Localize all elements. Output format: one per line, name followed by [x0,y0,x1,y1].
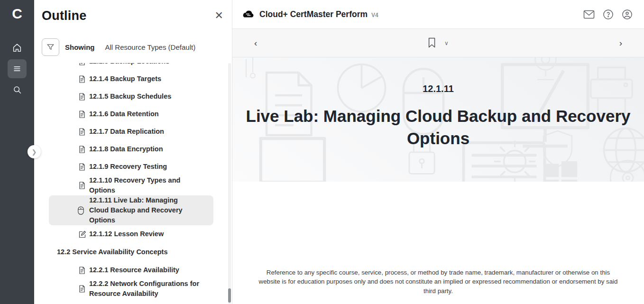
outline-item-label: 12.1.3 Backup Locations [89,63,169,66]
document-icon [78,110,86,118]
comptia-logo: C [12,5,22,23]
filter-showing-label: Showing [65,43,95,51]
disclaimer-text: Reference to any specific course, servic… [255,268,621,296]
help-button[interactable] [603,9,614,20]
outline-section-header[interactable]: 12.2 Service Availability Concepts [34,243,232,261]
mouse-icon [77,206,84,215]
outline-item-label: 12.1.5 Backup Schedules [89,92,171,101]
outline-scrollbar-thumb[interactable] [228,288,231,303]
outline-item[interactable]: 12.1.6 Data Retention [34,105,232,123]
outline-item-label: 12.1.4 Backup Targets [89,74,161,84]
outline-item-label: 12.1.7 Data Replication [89,127,164,137]
panel-toggle-button[interactable]: ❯ [28,145,41,158]
outline-item-label: 12.1.12 Lesson Review [89,229,164,239]
outline-item-label: 12.2 Service Availability Concepts [57,247,167,257]
lesson-title: Live Lab: Managing Cloud Backup and Reco… [241,105,635,150]
main-content: Cloud+ CertMaster Perform V4 [232,0,644,304]
outline-item[interactable]: 12.1.5 Backup Schedules [34,88,232,105]
lesson-nav-bar: ‹ ∨ › [232,29,644,57]
search-button[interactable] [8,80,27,99]
home-icon [12,43,22,53]
document-icon [78,128,86,136]
chevron-right-icon: ❯ [32,148,37,156]
outline-item[interactable]: 12.1.8 Data Encryption [34,140,232,158]
outline-item-label: 12.1.8 Data Encryption [89,144,163,154]
outline-item[interactable]: 12.2.1 Resource Availability [34,261,232,279]
outline-item[interactable]: 12.1.3 Backup Locations [34,63,232,70]
previous-lesson-button[interactable]: ‹ [254,38,257,47]
document-icon [78,266,86,274]
close-outline-button[interactable]: ✕ [215,10,223,21]
app-window: C ❯ Ou [0,0,644,304]
disc-pattern-icon [606,156,644,182]
home-button[interactable] [8,38,27,57]
account-button[interactable] [622,9,633,20]
messages-button[interactable] [583,10,595,19]
user-circle-icon [622,9,633,20]
lesson-number: 12.1.11 [232,83,644,94]
course-title: Cloud+ CertMaster Perform [259,9,368,19]
course-version-badge: V4 [371,12,378,18]
outline-item[interactable]: 12.1.4 Backup Targets [34,70,232,88]
course-header: Cloud+ CertMaster Perform V4 [232,0,644,29]
outline-item[interactable]: 12.1.10 Recovery Types and Options [34,175,232,195]
lesson-hero-banner: 12.1.11 Live Lab: Managing Cloud Backup … [232,57,644,182]
document-icon [78,182,86,190]
outline-item[interactable]: 12.1.12 Lesson Review [34,225,232,243]
mail-icon [583,10,595,19]
next-lesson-button[interactable]: › [619,38,622,47]
edit-icon [78,230,86,238]
outline-item[interactable]: 12.2.2 Network Configurations for Resour… [34,279,232,299]
document-icon [78,63,86,65]
bookmark-icon [428,37,436,48]
windows-pattern-icon [540,158,581,182]
filter-value: All Resource Types (Default) [105,43,196,51]
outline-item-label: 12.1.9 Recovery Testing [89,162,167,172]
close-icon: ✕ [215,9,223,21]
filter-button[interactable] [42,38,59,56]
outline-item-label: 12.2.1 Resource Availability [89,265,179,275]
outline-title: Outline [42,9,86,23]
filter-funnel-icon [46,43,55,52]
outline-list-viewport: 12.1.3 Backup Locations12.1.4 Backup Tar… [34,63,232,304]
question-circle-icon [603,9,614,20]
chevron-down-icon: ∨ [444,40,449,46]
document-icon [78,92,86,101]
document-icon [78,163,86,171]
outline-panel: Outline ✕ Showing All Resource Types (De… [34,0,232,304]
outline-list: 12.1.3 Backup Locations12.1.4 Backup Tar… [34,63,232,299]
outline-item-label: 12.1.11 Live Lab: Managing Cloud Backup … [89,195,193,225]
outline-item[interactable]: 12.1.11 Live Lab: Managing Cloud Backup … [49,195,213,225]
lesson-body: Reference to any specific course, servic… [232,182,644,304]
search-icon [12,85,22,95]
bookmark-button[interactable] [428,37,436,48]
document-icon [78,285,86,293]
hamburger-menu-icon [12,64,22,74]
outline-item-label: 12.1.10 Recovery Types and Options [89,175,208,195]
cloud-course-icon [242,9,255,19]
outline-scrollbar-track [228,63,231,304]
outline-item-label: 12.2.2 Network Configurations for Resour… [89,279,208,299]
document-icon [78,75,86,83]
document-icon [78,145,86,153]
bookmark-menu-button[interactable]: ∨ [444,40,449,46]
outline-item[interactable]: 12.1.7 Data Replication [34,123,232,140]
outline-menu-button[interactable] [8,59,27,78]
outline-item[interactable]: 12.1.9 Recovery Testing [34,158,232,175]
outline-item-label: 12.1.6 Data Retention [89,109,159,119]
